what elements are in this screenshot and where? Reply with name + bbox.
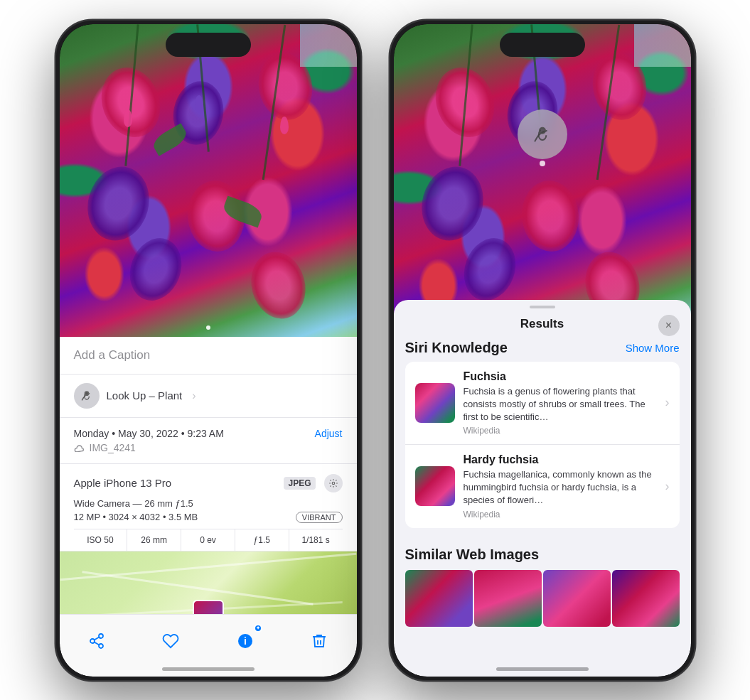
hardy-title: Hardy fuchsia	[464, 453, 657, 466]
home-indicator-2	[496, 667, 589, 671]
siri-knowledge-section: Siri Knowledge Show More Fuchsia	[394, 340, 691, 538]
similar-img-2[interactable]	[474, 570, 542, 627]
phone-1: Add a Caption Look Up – Plant ›	[55, 20, 361, 681]
dynamic-island	[166, 33, 251, 57]
home-indicator-1	[162, 667, 255, 671]
photo-view[interactable]	[60, 24, 357, 337]
camera-section: Apple iPhone 13 Pro JPEG	[60, 464, 357, 551]
close-icon[interactable]: ×	[665, 319, 672, 332]
jpeg-badge: JPEG	[284, 477, 315, 490]
phone-2-content: Results × Siri Knowledge Show More	[394, 24, 691, 677]
results-sheet: Results × Siri Knowledge Show More	[394, 300, 691, 677]
hardy-source: Wikipedia	[464, 510, 657, 519]
phone-1-screen: Add a Caption Look Up – Plant ›	[60, 24, 357, 677]
siri-item-fuchsia[interactable]: Fuchsia Fuchsia is a genus of flowering …	[405, 362, 680, 446]
vibrant-badge: VIBRANT	[296, 512, 343, 523]
exif-iso: ISO 50	[74, 529, 128, 551]
similar-images-section: Similar Web Images	[394, 546, 691, 627]
phone-2-screen: Results × Siri Knowledge Show More	[394, 24, 691, 677]
fuchsia-title: Fuchsia	[464, 370, 657, 383]
hardy-chevron-icon: ›	[665, 479, 670, 494]
map-section[interactable]	[60, 551, 357, 614]
phones-container: Add a Caption Look Up – Plant ›	[0, 0, 750, 700]
similar-img-1[interactable]	[405, 570, 473, 627]
exif-mm: 26 mm	[127, 529, 181, 551]
svg-text:i: i	[244, 635, 247, 647]
fuchsia-thumbnail	[415, 383, 455, 423]
dynamic-island-2	[500, 33, 585, 57]
flower-image	[60, 24, 357, 337]
svg-point-0	[85, 392, 88, 395]
fuchsia-chevron-icon: ›	[665, 395, 670, 410]
photo-dots	[206, 325, 210, 330]
similar-images-grid	[405, 570, 680, 627]
adjust-button[interactable]: Adjust	[315, 428, 343, 439]
exif-row: ISO 50 26 mm 0 ev ƒ1.5 1/181 s	[74, 529, 343, 551]
exif-f: ƒ1.5	[235, 529, 289, 551]
favorite-button[interactable]	[155, 625, 186, 657]
hardy-desc: Fuchsia magellanica, commonly known as t…	[464, 468, 657, 507]
dot-1	[206, 325, 210, 330]
hardy-thumbnail	[415, 466, 455, 506]
delete-button[interactable]	[304, 625, 335, 657]
svg-point-1	[332, 482, 335, 485]
hardy-text: Hardy fuchsia Fuchsia magellanica, commo…	[464, 453, 657, 519]
similar-img-3[interactable]	[543, 570, 611, 627]
svg-point-4	[540, 127, 545, 133]
siri-section-title: Siri Knowledge	[405, 340, 508, 356]
show-more-button[interactable]: Show More	[626, 342, 680, 354]
phone-2: Results × Siri Knowledge Show More	[390, 20, 695, 681]
exif-ev: 0 ev	[181, 529, 235, 551]
gear-icon[interactable]	[324, 474, 343, 492]
visual-search-circle[interactable]	[518, 109, 567, 159]
camera-name: Apple iPhone 13 Pro	[74, 477, 172, 489]
results-title: Results	[520, 317, 564, 331]
lookup-text[interactable]: Look Up – Plant	[107, 389, 183, 402]
mp-info: 12 MP • 3024 × 4032 • 3.5 MB	[74, 512, 198, 522]
wide-camera-text: Wide Camera — 26 mm ƒ1.5	[74, 498, 343, 509]
siri-header: Siri Knowledge Show More	[405, 340, 680, 356]
fuchsia-text: Fuchsia Fuchsia is a genus of flowering …	[464, 370, 657, 436]
vs-dot	[540, 161, 545, 166]
filename-text: IMG_4241	[90, 442, 136, 453]
lookup-row[interactable]: Look Up – Plant ›	[60, 375, 357, 418]
similar-title: Similar Web Images	[405, 546, 540, 562]
photo-info-area[interactable]: Add a Caption Look Up – Plant ›	[60, 337, 357, 614]
similar-img-4[interactable]	[612, 570, 680, 627]
close-button[interactable]: ×	[658, 315, 680, 336]
fuchsia-desc: Fuchsia is a genus of flowering plants t…	[464, 385, 657, 424]
share-button[interactable]	[81, 625, 112, 657]
sheet-handle	[530, 306, 555, 308]
info-button[interactable]: i ✦	[230, 625, 261, 657]
siri-results-card: Fuchsia Fuchsia is a genus of flowering …	[405, 362, 680, 528]
lookup-chevron: ›	[192, 389, 195, 402]
caption-placeholder[interactable]: Add a Caption	[74, 348, 151, 362]
siri-item-hardy[interactable]: Hardy fuchsia Fuchsia magellanica, commo…	[405, 445, 680, 528]
date-text: Monday • May 30, 2022 • 9:23 AM	[74, 428, 224, 439]
fuchsia-source: Wikipedia	[464, 426, 657, 436]
results-header: Results ×	[394, 311, 691, 340]
phone-1-content: Add a Caption Look Up – Plant ›	[60, 24, 357, 677]
caption-section[interactable]: Add a Caption	[60, 337, 357, 375]
lookup-icon	[74, 383, 100, 409]
exif-shutter: 1/181 s	[289, 529, 343, 551]
date-section: Monday • May 30, 2022 • 9:23 AM Adjust I…	[60, 418, 357, 464]
